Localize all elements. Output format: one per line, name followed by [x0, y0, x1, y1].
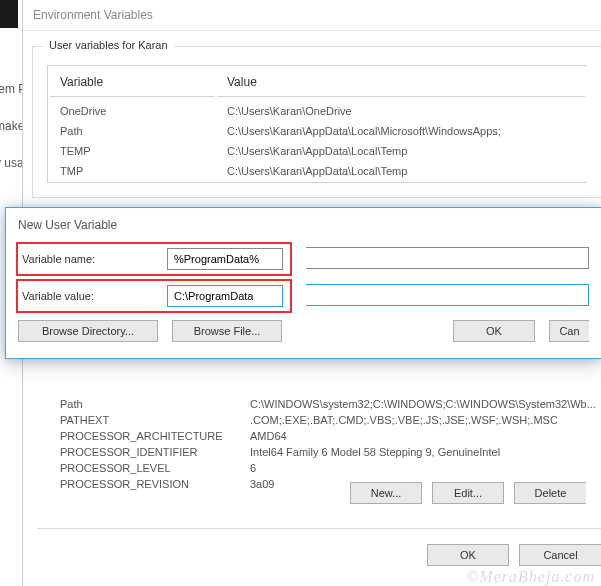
- table-row[interactable]: OneDriveC:\Users\Karan\OneDrive: [50, 99, 585, 120]
- new-button[interactable]: New...: [350, 482, 422, 504]
- value-cell: 6: [250, 461, 601, 475]
- table-row[interactable]: PathC:\WINDOWS\system32;C:\WINDOWS;C:\WI…: [50, 396, 601, 412]
- dialog-title: New User Variable: [6, 208, 601, 242]
- variable-cell: PROCESSOR_LEVEL: [50, 461, 250, 475]
- table-row[interactable]: PROCESSOR_LEVEL6: [50, 460, 601, 476]
- variable-cell: Path: [50, 397, 250, 411]
- browse-directory-button[interactable]: Browse Directory...: [18, 320, 158, 342]
- system-variables-table[interactable]: PathC:\WINDOWS\system32;C:\WINDOWS;C:\WI…: [50, 396, 601, 492]
- user-variables-group: User variables for Karan Variable Value …: [32, 46, 601, 198]
- highlight-value: Variable value:: [16, 279, 292, 313]
- variable-cell: TEMP: [50, 142, 215, 160]
- value-cell: Intel64 Family 6 Model 58 Stepping 9, Ge…: [250, 445, 601, 459]
- dialog-ok-button[interactable]: OK: [453, 320, 535, 342]
- user-variables-table[interactable]: Variable Value OneDriveC:\Users\Karan\On…: [47, 65, 587, 183]
- window-title: Environment Variables: [23, 0, 601, 31]
- value-cell: C:\WINDOWS\system32;C:\WINDOWS;C:\WINDOW…: [250, 397, 601, 411]
- table-row[interactable]: PathC:\Users\Karan\AppData\Local\Microso…: [50, 122, 585, 140]
- variable-cell: Path: [50, 122, 215, 140]
- window-cancel-button[interactable]: Cancel: [519, 544, 601, 566]
- delete-button[interactable]: Delete: [514, 482, 586, 504]
- edit-button[interactable]: Edit...: [432, 482, 504, 504]
- dialog-cancel-button[interactable]: Can: [549, 320, 589, 342]
- variable-cell: PATHEXT: [50, 413, 250, 427]
- window-ok-button[interactable]: OK: [427, 544, 509, 566]
- variable-name-input[interactable]: [167, 248, 283, 270]
- group-bottom-border: [37, 528, 601, 529]
- table-row[interactable]: PROCESSOR_IDENTIFIERIntel64 Family 6 Mod…: [50, 444, 601, 460]
- value-cell: .COM;.EXE;.BAT;.CMD;.VBS;.VBE;.JS;.JSE;.…: [250, 413, 601, 427]
- browse-file-button[interactable]: Browse File...: [172, 320, 282, 342]
- table-row[interactable]: TMPC:\Users\Karan\AppData\Local\Temp: [50, 162, 585, 180]
- column-header-value[interactable]: Value: [217, 68, 585, 97]
- background-dark-block: [0, 0, 18, 28]
- variable-cell: PROCESSOR_REVISION: [50, 477, 250, 491]
- variable-cell: PROCESSOR_IDENTIFIER: [50, 445, 250, 459]
- variable-cell: TMP: [50, 162, 215, 180]
- value-cell: C:\Users\Karan\OneDrive: [217, 99, 585, 120]
- new-user-variable-dialog: New User Variable Variable name: Variabl…: [5, 207, 601, 359]
- value-cell: C:\Users\Karan\AppData\Local\Temp: [217, 162, 585, 180]
- variable-value-input[interactable]: [167, 285, 283, 307]
- value-cell: AMD64: [250, 429, 601, 443]
- variable-value-label: Variable value:: [22, 290, 167, 302]
- variable-cell: PROCESSOR_ARCHITECTURE: [50, 429, 250, 443]
- column-header-variable[interactable]: Variable: [50, 68, 215, 97]
- window-buttons-row: OK Cancel: [427, 544, 601, 566]
- variable-name-input-extended[interactable]: [306, 247, 589, 269]
- table-row[interactable]: PATHEXT.COM;.EXE;.BAT;.CMD;.VBS;.VBE;.JS…: [50, 412, 601, 428]
- value-cell: C:\Users\Karan\AppData\Local\Microsoft\W…: [217, 122, 585, 140]
- table-row[interactable]: PROCESSOR_ARCHITECTUREAMD64: [50, 428, 601, 444]
- group-legend: User variables for Karan: [43, 39, 174, 51]
- system-buttons-row: New... Edit... Delete: [350, 482, 586, 504]
- table-row[interactable]: TEMPC:\Users\Karan\AppData\Local\Temp: [50, 142, 585, 160]
- variable-value-input-extended[interactable]: [306, 284, 589, 306]
- value-cell: C:\Users\Karan\AppData\Local\Temp: [217, 142, 585, 160]
- variable-name-label: Variable name:: [22, 253, 167, 265]
- variable-cell: OneDrive: [50, 99, 215, 120]
